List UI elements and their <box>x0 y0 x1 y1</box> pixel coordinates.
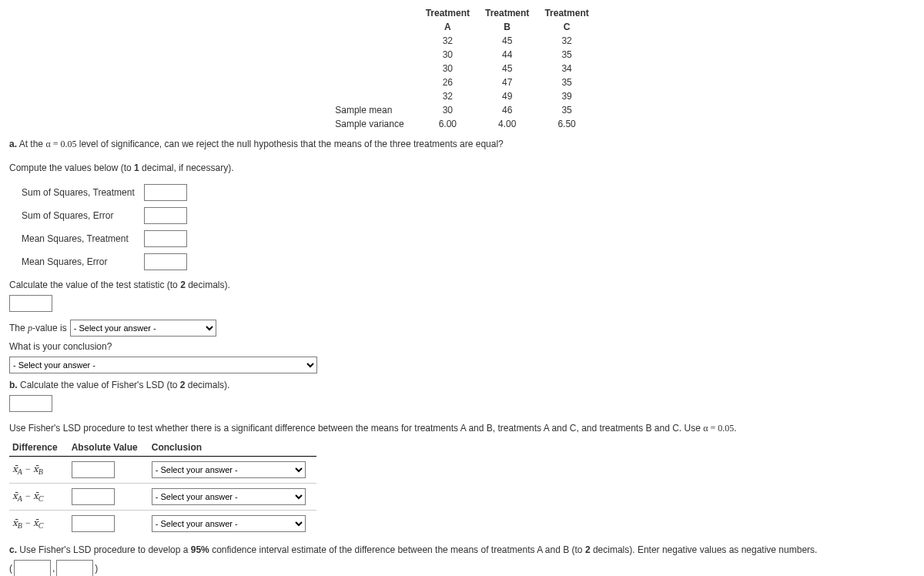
select-conclusion[interactable]: - Select your answer - <box>9 357 317 373</box>
col-sub-b: B <box>477 20 537 34</box>
ci-open: ( <box>9 563 12 574</box>
conclusion-label: What is your conclusion? <box>9 341 915 352</box>
treatment-data-table: Treatment Treatment Treatment A B C 3245… <box>327 6 596 131</box>
lsd-intro: Use Fisher's LSD procedure to test wheth… <box>9 423 915 434</box>
input-abs-ab[interactable] <box>72 461 115 478</box>
input-sse[interactable] <box>144 207 187 224</box>
input-mst[interactable] <box>144 230 187 247</box>
select-conclusion-ab[interactable]: - Select your answer - <box>152 461 306 478</box>
input-abs-ac[interactable] <box>72 488 115 505</box>
input-sst[interactable] <box>144 184 187 201</box>
sample-variance-label: Sample variance <box>327 117 417 131</box>
question-b: b. Calculate the value of Fisher's LSD (… <box>9 380 915 390</box>
select-conclusion-bc[interactable]: - Select your answer - <box>152 515 306 532</box>
col-header-a: Treatment <box>418 6 477 20</box>
compute-prompt: Compute the values below (to 1 decimal, … <box>9 162 915 173</box>
col-sub-c: C <box>537 20 596 34</box>
input-test-statistic[interactable] <box>9 295 52 312</box>
col-header-b: Treatment <box>477 6 537 20</box>
lsd-col-difference: Difference <box>9 439 69 457</box>
pvalue-label: The p-value is <box>9 323 67 334</box>
label-sse: Sum of Squares, Error <box>17 204 139 227</box>
lsd-table: Difference Absolute Value Conclusion x̄A… <box>9 439 316 537</box>
ci-comma: , <box>52 563 55 574</box>
diff-b-c: x̄B − x̄C <box>12 517 43 528</box>
col-sub-a: A <box>418 20 477 34</box>
question-a: a. At the α = 0.05 level of significance… <box>9 139 915 150</box>
select-conclusion-ac[interactable]: - Select your answer - <box>152 488 306 505</box>
col-header-c: Treatment <box>537 6 596 20</box>
diff-a-b: x̄A − x̄B <box>12 464 43 474</box>
ci-close: ) <box>95 563 98 574</box>
sample-mean-label: Sample mean <box>327 103 417 117</box>
question-c: c. Use Fisher's LSD procedure to develop… <box>9 544 915 555</box>
label-sst: Sum of Squares, Treatment <box>17 181 139 204</box>
test-stat-prompt: Calculate the value of the test statisti… <box>9 280 915 290</box>
input-ci-lower[interactable] <box>14 560 51 576</box>
input-fisher-lsd[interactable] <box>9 395 52 412</box>
input-abs-bc[interactable] <box>72 515 115 532</box>
select-pvalue[interactable]: - Select your answer - <box>70 320 216 337</box>
diff-a-c: x̄A − x̄C <box>12 491 43 501</box>
anova-inputs: Sum of Squares, Treatment Sum of Squares… <box>17 181 192 273</box>
input-ci-upper[interactable] <box>56 560 93 576</box>
lsd-col-absvalue: Absolute Value <box>69 439 149 457</box>
label-mst: Mean Squares, Treatment <box>17 227 139 250</box>
lsd-col-conclusion: Conclusion <box>149 439 316 457</box>
label-mse: Mean Squares, Error <box>17 250 139 273</box>
input-mse[interactable] <box>144 253 187 270</box>
